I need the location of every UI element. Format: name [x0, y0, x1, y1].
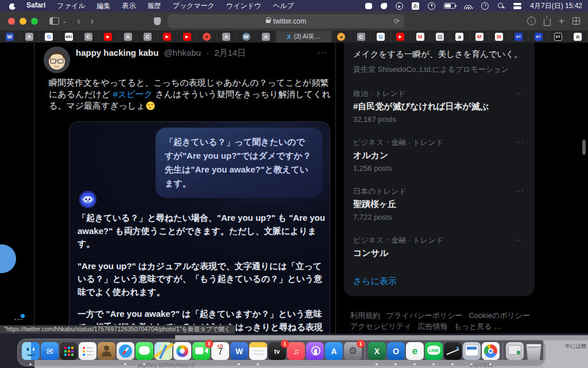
tweet-handle[interactable]: @hhkabu	[164, 48, 200, 57]
menu-item-8[interactable]: ヘルプ	[267, 1, 300, 11]
menu-item-7[interactable]: ウインドウ	[220, 1, 267, 11]
avatar[interactable]	[44, 47, 70, 73]
show-more-link[interactable]: さらに表示	[353, 276, 525, 287]
pinned-tab-10[interactable]: ▶	[177, 31, 197, 43]
battery-icon[interactable]	[444, 3, 455, 9]
contacts-icon[interactable]	[98, 342, 115, 360]
reload-icon[interactable]: ⟳	[394, 17, 400, 25]
facetime-icon[interactable]: 3	[192, 342, 210, 360]
pinned-tab-20[interactable]: ◕	[332, 31, 351, 43]
timer-icon[interactable]	[428, 2, 435, 10]
sidebar-toggle-icon[interactable]	[49, 17, 59, 25]
dock-item-mail[interactable]: ✉	[40, 342, 59, 367]
privacy-shield-icon[interactable]	[154, 17, 161, 25]
input-source-icon[interactable]: あ	[412, 2, 419, 10]
footer-link-1[interactable]: 利用規約	[350, 311, 380, 320]
play-circle-icon[interactable]	[396, 2, 403, 10]
menu-item-2[interactable]: ファイル	[51, 1, 91, 11]
pinned-tab-31[interactable]: ET	[548, 31, 568, 43]
pinned-tab-28[interactable]: M	[489, 31, 509, 43]
system-settings-icon[interactable]: ⚙1	[344, 342, 362, 360]
dock-item-system-settings[interactable]: ⚙1	[343, 342, 362, 367]
search-icon[interactable]	[497, 2, 505, 10]
menu-item-5[interactable]: 履歴	[141, 1, 167, 11]
menu-item-1[interactable]: Safari	[21, 1, 51, 11]
sidebar-chevron-icon[interactable]: ⌄	[62, 18, 67, 24]
dock-item-evernote[interactable]: e	[405, 342, 424, 367]
trend-item-1[interactable]: 政治 · トレンド#自民党が滅びなければ日本が滅ぶ32,167 posts···	[353, 89, 525, 124]
footer-link-3[interactable]: Cookieのポリシー	[469, 311, 530, 320]
mail-icon[interactable]: ✉	[41, 342, 59, 360]
pinned-tab-2[interactable]: A	[20, 31, 39, 43]
chrome-icon[interactable]	[482, 342, 500, 360]
trend-item-3[interactable]: 日本のトレンド聖蹟桜ヶ丘7,722 posts···	[353, 186, 525, 221]
tweet-date[interactable]: 2月14日	[214, 48, 246, 57]
pinned-tab-24[interactable]: M	[411, 31, 430, 43]
pinned-tab-11[interactable]: ●	[197, 31, 216, 43]
line-icon[interactable]	[425, 342, 443, 360]
pinned-tab-1[interactable]: W	[0, 31, 20, 43]
dock-item-reminders[interactable]	[78, 342, 97, 367]
dock-item-maps[interactable]	[154, 342, 173, 367]
pinned-tab-29[interactable]: ET	[509, 31, 529, 43]
dock-item-outlook[interactable]: O	[386, 342, 405, 367]
word-icon[interactable]: W	[230, 342, 248, 360]
pinned-tab-25[interactable]: ▤	[430, 31, 450, 43]
dock-item-calendar[interactable]: 4月7	[211, 342, 230, 367]
dock-item-music[interactable]: ♫	[287, 342, 305, 367]
trend-item-4[interactable]: ビジネス・金融 · トレンドコンサル···	[353, 235, 525, 259]
dock-item-safari[interactable]	[116, 342, 135, 367]
dock-item-stocks[interactable]	[443, 342, 462, 367]
footer-link-6[interactable]: もっと見る …	[454, 322, 501, 331]
clock-menu-icon[interactable]	[481, 2, 489, 10]
address-bar[interactable]: twitter.com ⟳	[168, 14, 404, 28]
dock-item-word[interactable]: W	[230, 342, 249, 367]
minimized-window-icon[interactable]	[506, 342, 524, 360]
dock-item-messages[interactable]	[135, 342, 154, 367]
minimize-window-button[interactable]	[20, 18, 26, 25]
pinned-tab-6[interactable]: ▶	[99, 31, 118, 43]
trend-more-button[interactable]: ···	[515, 89, 524, 97]
new-tab-button[interactable]: +	[559, 16, 564, 27]
apple-menu-icon[interactable]	[9, 2, 16, 10]
dock-item-launchpad[interactable]	[59, 342, 78, 367]
dock-item-chrome[interactable]	[481, 342, 500, 367]
dock-item-photos[interactable]	[173, 342, 192, 367]
dock-item-finder[interactable]	[21, 342, 40, 367]
dock-item-podcasts[interactable]	[305, 342, 324, 367]
dock-item-line[interactable]	[424, 342, 443, 367]
messages-icon[interactable]	[136, 342, 153, 360]
pinned-tab-3[interactable]: G	[40, 31, 59, 43]
line-icon[interactable]	[365, 3, 372, 9]
dock-item-preview-window[interactable]	[462, 342, 481, 367]
menu-bar-clock[interactable]: 4月7日(日) 15:42	[530, 1, 582, 11]
menu-item-4[interactable]: 表示	[116, 1, 141, 11]
tab-overview-icon[interactable]	[572, 17, 580, 25]
dock-item-trash[interactable]	[524, 342, 543, 367]
pinned-tab-9[interactable]: ▶	[158, 31, 177, 43]
more-menu-button[interactable]: ···	[14, 315, 23, 323]
menu-item-6[interactable]: ブックマーク	[167, 1, 220, 11]
evernote-icon[interactable]	[381, 3, 387, 9]
footer-link-5[interactable]: 広告情報	[417, 322, 447, 331]
dock-item-app-store[interactable]: A	[324, 342, 343, 367]
pinned-tab-27[interactable]: M	[470, 31, 489, 43]
excel-icon[interactable]: X	[368, 342, 386, 360]
pinned-tab-21[interactable]: C	[351, 31, 371, 43]
pinned-tab-32[interactable]: n	[568, 31, 588, 43]
dock-item-contacts[interactable]	[97, 342, 116, 367]
evernote-icon[interactable]: e	[406, 342, 424, 360]
switch-control-icon[interactable]	[513, 3, 521, 9]
dock-item-notes[interactable]	[249, 342, 268, 367]
zoom-window-button[interactable]	[31, 18, 38, 25]
wifi-icon[interactable]	[464, 3, 473, 9]
tweet-image-chat-screenshot[interactable]: 「起きている？」って聞きたいのですが"Are you up?"ではダメですか？先…	[69, 121, 330, 334]
podcasts-icon[interactable]	[306, 342, 324, 360]
tweet-more-button[interactable]: ···	[318, 47, 327, 57]
notes-icon[interactable]	[249, 342, 267, 360]
photos-icon[interactable]	[173, 342, 191, 360]
share-icon[interactable]	[544, 18, 551, 26]
preview-window-icon[interactable]	[463, 342, 481, 360]
pinned-tab-7[interactable]: A	[118, 31, 138, 43]
pinned-tab-12[interactable]: A	[217, 31, 237, 43]
